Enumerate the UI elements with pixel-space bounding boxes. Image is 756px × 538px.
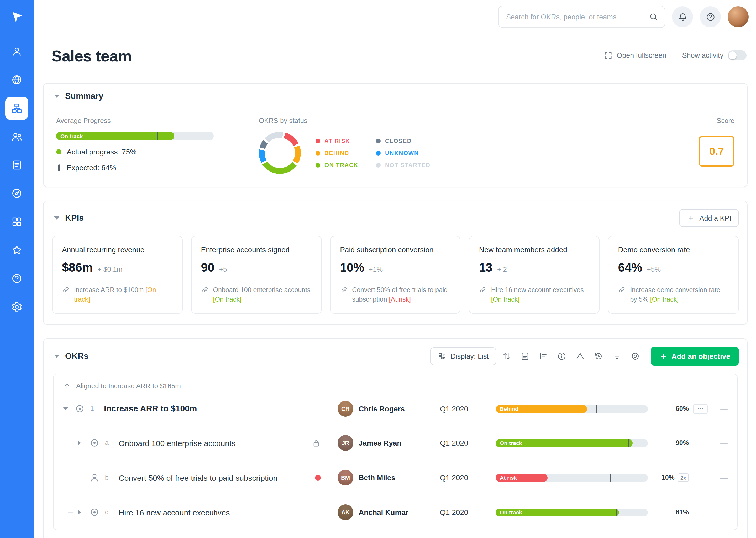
add-kpi-label: Add a KPI — [699, 214, 731, 222]
add-objective-button[interactable]: Add an objective — [651, 347, 739, 366]
collapse-summary-caret[interactable] — [54, 94, 59, 98]
okr-row[interactable]: 1Increase ARR to $100mCRChris RogersQ1 2… — [54, 392, 737, 426]
user-avatar[interactable] — [728, 6, 749, 27]
kpi-status: [On track] — [213, 296, 242, 303]
kpi-linked-objective[interactable]: Convert 50% of free trials to paid subsc… — [340, 285, 451, 304]
collapse-kpis-caret[interactable] — [54, 216, 59, 220]
summary-title: Summary — [65, 91, 103, 101]
lock-icon — [312, 439, 321, 448]
kpi-delta: +5 — [219, 265, 227, 273]
kpi-value: 90 — [201, 261, 214, 275]
progress-status-label: On track — [56, 133, 87, 139]
kpi-card[interactable]: Paid subscription conversion10%+1%Conver… — [330, 236, 461, 314]
search-input[interactable] — [505, 12, 645, 21]
expected-marker — [596, 405, 597, 413]
focus-icon — [631, 352, 640, 361]
search-icon — [649, 12, 658, 22]
show-activity-control[interactable]: Show activity — [682, 50, 746, 60]
sidebar-item-star[interactable] — [5, 239, 28, 262]
owner[interactable]: CRChris Rogers — [338, 401, 440, 417]
kpi-card[interactable]: New team members added13+ 2Hire 16 new a… — [469, 236, 600, 314]
okr-panel: Aligned to Increase ARR to $165m1Increas… — [53, 374, 737, 530]
kpi-card[interactable]: Enterprise accounts signed90+5Onboard 10… — [191, 236, 322, 314]
owner[interactable]: AKAnchal Kumar — [338, 505, 440, 520]
okr-row[interactable]: bConvert 50% of free trials to paid subs… — [54, 460, 737, 495]
collapse-caret[interactable] — [63, 407, 68, 410]
score-label: Score — [717, 117, 734, 125]
info-icon — [557, 352, 566, 361]
collapse-okrs-caret[interactable] — [54, 355, 59, 358]
sidebar-item-gear[interactable] — [5, 295, 28, 318]
progress-bar: At risk — [496, 474, 648, 482]
display-mode-button[interactable]: Display: List — [431, 348, 496, 365]
global-search[interactable] — [498, 6, 665, 28]
kpi-value: 10% — [340, 261, 364, 275]
kpi-link-text: Increase demo conversion rate by 5% [On … — [630, 285, 729, 304]
focus-button[interactable] — [627, 349, 643, 364]
info-button[interactable] — [554, 349, 570, 364]
open-fullscreen-label: Open fullscreen — [617, 51, 666, 59]
user-icon — [11, 46, 23, 57]
status-dot-icon — [376, 163, 381, 167]
notifications-button[interactable] — [672, 6, 693, 27]
aligned-note[interactable]: Aligned to Increase ARR to $165m — [54, 374, 737, 392]
help-icon — [11, 273, 23, 284]
notes-button[interactable] — [517, 349, 533, 364]
show-activity-label: Show activity — [682, 51, 724, 59]
progress-value: 10% — [661, 474, 675, 482]
pyramid-button[interactable] — [572, 349, 588, 364]
progress-bar: On track — [496, 439, 648, 447]
kpi-delta: +5% — [647, 265, 661, 273]
history-button[interactable] — [591, 349, 606, 364]
help-button[interactable] — [700, 6, 721, 27]
sidebar-item-logo[interactable] — [5, 5, 28, 28]
open-fullscreen-button[interactable]: Open fullscreen — [603, 51, 666, 60]
average-progress-label: Average Progress — [56, 117, 229, 125]
kpi-status: [On track] — [74, 286, 156, 303]
link-icon — [618, 286, 626, 294]
kpi-linked-objective[interactable]: Increase ARR to $100m [On track] — [62, 285, 173, 304]
okr-title[interactable]: Convert 50% of free trials to paid subsc… — [118, 473, 277, 482]
expected-marker-icon — [58, 164, 60, 171]
sidebar-item-grid[interactable] — [5, 210, 28, 233]
kpi-linked-objective[interactable]: Increase demo conversion rate by 5% [On … — [618, 285, 729, 304]
sidebar-item-globe[interactable] — [5, 68, 28, 91]
sidebar-item-help[interactable] — [5, 267, 28, 290]
link-icon — [479, 286, 487, 294]
sidebar-item-document[interactable] — [5, 153, 28, 177]
expected-progress-legend: Expected: 64% — [56, 163, 229, 172]
sidebar-item-compass[interactable] — [5, 182, 28, 205]
show-activity-toggle[interactable] — [728, 50, 746, 60]
expected-marker — [628, 439, 629, 447]
okr-title[interactable]: Onboard 100 enterprise accounts — [118, 439, 235, 448]
sidebar-item-user[interactable] — [5, 40, 28, 63]
expected-marker — [157, 132, 158, 140]
kpi-value: $86m — [62, 261, 93, 275]
add-kpi-button[interactable]: Add a KPI — [679, 209, 739, 227]
sort-button[interactable] — [499, 349, 514, 364]
kpi-card[interactable]: Demo conversion rate64%+5%Increase demo … — [608, 236, 739, 314]
filter-button[interactable] — [609, 349, 625, 364]
key-results: aOnboard 100 enterprise accountsJRJames … — [54, 426, 737, 530]
bars-button[interactable] — [536, 349, 551, 364]
expand-caret[interactable] — [78, 510, 81, 515]
gear-icon — [11, 301, 23, 313]
okr-row[interactable]: cHire 16 new account executivesAKAnchal … — [54, 495, 737, 530]
org-chart-icon — [11, 102, 23, 114]
kpi-linked-objective[interactable]: Onboard 100 enterprise accounts [On trac… — [201, 285, 312, 304]
okr-row[interactable]: aOnboard 100 enterprise accountsJRJames … — [54, 426, 737, 460]
okr-title[interactable]: Increase ARR to $100m — [104, 404, 197, 414]
owner[interactable]: JRJames Ryan — [338, 435, 440, 451]
sidebar-item-org-chart[interactable] — [5, 97, 28, 120]
dots-icon — [697, 405, 704, 413]
kpi-linked-objective[interactable]: Hire 16 new account executives [On track… — [479, 285, 590, 304]
avatar: BM — [338, 470, 353, 486]
owner[interactable]: BMBeth Miles — [338, 470, 440, 486]
kpi-card[interactable]: Annual recurring revenue$86m+ $0.1mIncre… — [52, 236, 183, 314]
okr-title[interactable]: Hire 16 new account executives — [118, 508, 230, 517]
sidebar-item-team[interactable] — [5, 125, 28, 148]
row-menu-button[interactable] — [693, 404, 708, 414]
expand-caret[interactable] — [78, 441, 81, 446]
avatar: CR — [338, 401, 353, 417]
kpi-link-text: Hire 16 new account executives [On track… — [491, 285, 590, 304]
